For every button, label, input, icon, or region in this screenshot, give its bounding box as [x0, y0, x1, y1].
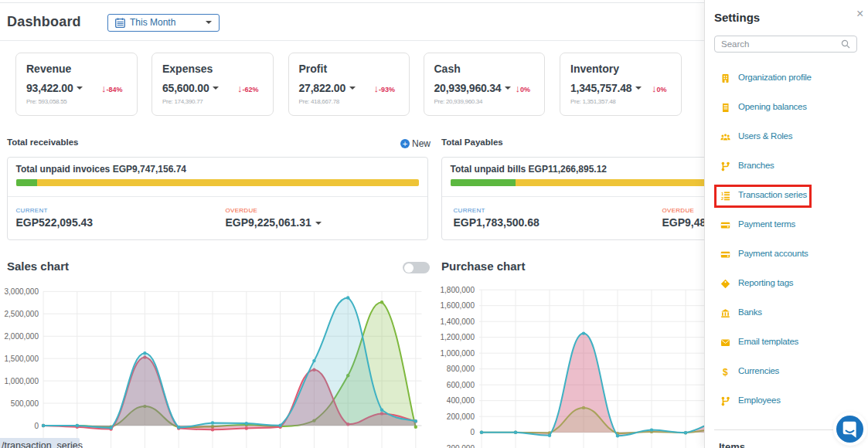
svg-text:1,600,000: 1,600,000	[441, 301, 475, 310]
svg-text:1,000,000: 1,000,000	[441, 349, 475, 358]
svg-text:1,200,000: 1,200,000	[441, 333, 475, 341]
svg-text:0: 0	[470, 428, 475, 436]
svg-text:2,000,000: 2,000,000	[5, 332, 39, 341]
svg-text:600,000: 600,000	[447, 381, 475, 389]
svg-text:200,000: 200,000	[447, 412, 475, 421]
svg-text:1,800,000: 1,800,000	[441, 286, 475, 294]
svg-text:2,500,000: 2,500,000	[5, 310, 39, 318]
svg-text:-200,000: -200,000	[444, 444, 475, 448]
svg-text:1,400,000: 1,400,000	[441, 317, 475, 326]
svg-text:0: 0	[34, 422, 39, 430]
svg-text:$: $	[723, 367, 728, 377]
svg-text:3,000,000: 3,000,000	[5, 287, 39, 296]
svg-text:800,000: 800,000	[447, 365, 475, 373]
svg-text:500,000: 500,000	[11, 399, 39, 408]
svg-text:1,000,000: 1,000,000	[5, 377, 39, 385]
svg-text:1,500,000: 1,500,000	[5, 355, 39, 363]
svg-text:400,000: 400,000	[447, 396, 475, 405]
